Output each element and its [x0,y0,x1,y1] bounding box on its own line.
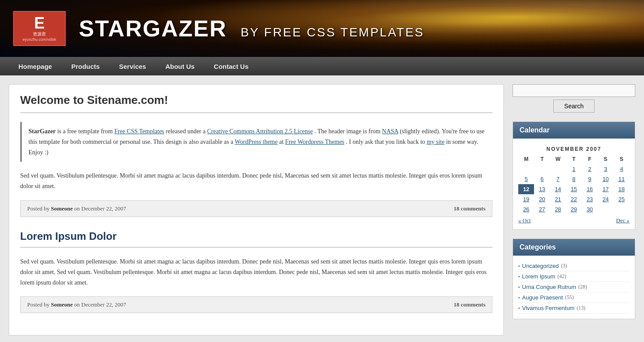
calendar-prev[interactable]: « Oct [518,217,531,224]
nav-item-services[interactable]: Services [110,57,156,75]
calendar-next[interactable]: Dec » [616,217,630,224]
cal-day[interactable]: 1 [566,164,582,174]
post2-body: Sed vel quam. Vestibulum pellentesque. M… [20,256,492,288]
main-content: Welcome to Sitename.com! StarGazer is a … [9,84,504,335]
main-nav: Homepage Products Services About Us Cont… [0,57,644,75]
search-button[interactable]: Search [553,100,594,113]
cal-day [550,164,566,174]
cal-day[interactable]: 14 [550,184,566,194]
nav-item-contact[interactable]: Contact Us [204,57,258,75]
cal-day[interactable]: 9 [582,174,598,184]
category-link-lorem[interactable]: Lorem Ipsum [522,273,556,280]
calendar-widget: Calendar NOVEMBER 2007 M T W T F S S [513,121,635,230]
cal-day-today[interactable]: 12 [518,184,534,194]
site-subtitle: BY FREE CSS TEMPLATES [241,25,424,39]
cal-day[interactable]: 6 [534,174,550,184]
cal-day[interactable]: 28 [550,204,566,214]
nav-item-products[interactable]: Products [62,57,110,75]
cal-day[interactable]: 11 [614,174,630,184]
post1-comments[interactable]: 18 comments [453,205,485,212]
nav-link-products[interactable]: Products [62,57,110,75]
cal-week-3: 12 13 14 15 16 17 18 [518,184,630,194]
cal-th-s1: S [598,154,613,164]
cal-day[interactable]: 27 [534,204,550,214]
post1-intro-text3: . The header image is from [315,128,382,135]
post1-link-wptheme[interactable]: WordPress theme [235,139,278,145]
calendar-month: NOVEMBER 2007 [518,144,630,154]
cal-day[interactable]: 22 [566,194,582,204]
cal-day [614,204,630,214]
post2-footer: Posted by Someone on December 22, 2007 1… [20,296,492,313]
categories-title: Categories [513,239,635,256]
cal-day[interactable]: 17 [598,184,613,194]
cal-day[interactable]: 10 [598,174,613,184]
cal-day[interactable]: 26 [518,204,534,214]
cal-day[interactable]: 21 [550,194,566,204]
cal-day[interactable]: 20 [534,194,550,204]
post1-intro: StarGazer is a free template from Free C… [20,122,492,162]
post1-date: December 22, 2007 [81,205,126,212]
cal-day[interactable]: 3 [598,164,613,174]
cal-week-1: 1 2 3 4 [518,164,630,174]
post2-comments[interactable]: 18 comments [453,301,485,308]
nav-link-homepage[interactable]: Homepage [9,57,62,75]
cal-day[interactable]: 2 [582,164,598,174]
post1-link-freecss[interactable]: Free CSS Templates [114,128,164,135]
calendar-header-row: M T W T F S S [518,154,630,164]
categories-widget: Categories Uncategorized (3) Lorem Ipsum… [513,239,635,319]
nav-link-contact[interactable]: Contact Us [204,57,258,75]
cal-day[interactable]: 18 [614,184,630,194]
category-count: (13) [577,305,585,311]
logo-letter: E [34,15,45,31]
cal-day[interactable]: 7 [550,174,566,184]
site-logo[interactable]: E 资源君 eyunzhu.com/vdisk [13,11,66,46]
cal-day[interactable]: 16 [582,184,598,194]
site-title: STARGAZER BY FREE CSS TEMPLATES [79,17,425,40]
calendar-title: Calendar [513,122,635,139]
post1-link-freewp[interactable]: Free Wordpress Themes [285,139,344,145]
post2-footer-on: on [74,301,80,308]
cal-day[interactable]: 23 [582,194,598,204]
category-count: (42) [557,273,566,280]
cal-day[interactable]: 5 [518,174,534,184]
post1-link-nasa[interactable]: NASA [382,128,398,135]
cal-th-t2: T [566,154,582,164]
cal-day[interactable]: 24 [598,194,613,204]
category-count: (55) [565,294,574,301]
post1-intro-stargazer: StarGazer [28,128,56,135]
category-link-augue[interactable]: Augue Praesent [522,294,563,301]
categories-list: Uncategorized (3) Lorem Ipsum (42) Urna … [518,261,630,314]
search-input[interactable] [513,84,635,97]
post1-title: Welcome to Sitename.com! [20,93,492,113]
nav-item-homepage[interactable]: Homepage [9,57,62,75]
cal-day[interactable]: 30 [582,204,598,214]
post2-author: Someone [51,301,74,308]
cal-day [534,164,550,174]
cal-day[interactable]: 25 [614,194,630,204]
nav-link-about[interactable]: About Us [156,57,204,75]
cal-day[interactable]: 13 [534,184,550,194]
category-item: Vivamus Fermentum (13) [518,303,630,314]
search-widget: Search [513,84,635,113]
cal-week-4: 19 20 21 22 23 24 25 [518,194,630,204]
cal-th-f: F [582,154,598,164]
category-link-vivamus[interactable]: Vivamus Fermentum [522,305,575,311]
post1-link-cc[interactable]: Creative Commons Attribution 2.5 License [207,128,313,135]
category-link-urna[interactable]: Urna Congue Rutrum [522,284,577,290]
post2-title-link[interactable]: Lorem Ipsum Dolor [20,230,492,248]
cal-day[interactable]: 4 [614,164,630,174]
calendar-table: NOVEMBER 2007 M T W T F S S [518,144,630,214]
post1-footer: Posted by Someone on December 22, 2007 1… [20,200,492,217]
nav-link-services[interactable]: Services [110,57,156,75]
cal-day[interactable]: 15 [566,184,582,194]
nav-item-about[interactable]: About Us [156,57,204,75]
cal-th-t1: T [534,154,550,164]
cal-day[interactable]: 19 [518,194,534,204]
site-title-block: STARGAZER BY FREE CSS TEMPLATES [79,17,425,40]
post2-date: December 22, 2007 [81,301,126,308]
cal-day[interactable]: 8 [566,174,582,184]
post1-link-mysite[interactable]: my site [427,139,445,145]
category-link-uncategorized[interactable]: Uncategorized [522,263,559,269]
cal-day[interactable]: 29 [566,204,582,214]
post1-intro-text1: is a free template from [57,128,114,135]
